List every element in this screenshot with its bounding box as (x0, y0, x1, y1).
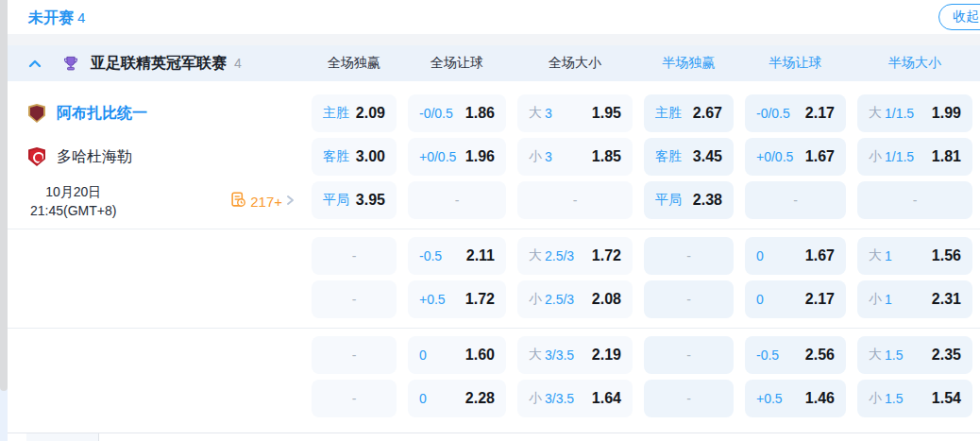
odds-value: 1.85 (592, 148, 621, 165)
home-team-badge-icon (28, 104, 45, 123)
column-header-half: 半场大小 (857, 55, 972, 72)
odds-line: 大3/3.5 (529, 347, 574, 364)
over-under-prefix: 大 (529, 247, 542, 264)
odds-cell[interactable]: 客胜3.00 (312, 138, 397, 176)
odds-cell[interactable]: -0/0.51.86 (408, 94, 506, 132)
odds-value: 1.56 (932, 247, 961, 264)
odds-value: 2.31 (932, 291, 961, 308)
odds-value: 1.72 (592, 247, 621, 264)
odds-value: 2.17 (805, 105, 835, 122)
odds-cell[interactable]: 主胜2.09 (312, 94, 397, 132)
more-markets-link[interactable]: 217+ (230, 192, 295, 212)
odds-label: -0.5 (756, 348, 779, 363)
over-under-line: 1.5 (885, 391, 903, 406)
section-divider (8, 328, 980, 329)
odds-value: 2.67 (693, 105, 722, 122)
vertical-scrollbar[interactable] (0, 0, 8, 441)
league-header: 亚足联精英冠军联赛 4 全场独赢全场让球全场大小半场独赢半场让球半场大小 (8, 45, 980, 81)
odds-dash: - (352, 391, 357, 406)
odds-cell[interactable]: 小1/1.51.81 (857, 138, 972, 176)
odds-cell[interactable]: 大11.56 (857, 237, 972, 275)
tab-not-started[interactable]: 未开赛4 (28, 8, 85, 28)
odds-value: 2.17 (805, 291, 835, 308)
odds-cell[interactable]: 小12.31 (857, 280, 972, 318)
over-under-prefix: 大 (529, 105, 542, 122)
odds-label: 平局 (655, 192, 682, 209)
next-section-edge (8, 433, 980, 441)
home-team-name[interactable]: 阿布扎比统一 (57, 104, 147, 124)
odds-value: 1.99 (932, 105, 961, 122)
odds-label: 0 (419, 391, 427, 406)
odds-cell[interactable]: 大3/3.52.19 (517, 336, 633, 374)
away-team-name[interactable]: 多哈杜海勒 (57, 147, 132, 167)
odds-cell[interactable]: 小2.5/32.08 (517, 280, 633, 318)
odds-label: 主胜 (655, 105, 682, 122)
odds-cell[interactable]: 平局3.95 (312, 181, 397, 219)
league-name[interactable]: 亚足联精英冠军联赛 (91, 54, 227, 74)
odds-cell-empty: - (745, 181, 846, 219)
odds-cell[interactable]: 02.28 (408, 380, 506, 417)
odds-cell[interactable]: 01.67 (745, 237, 846, 275)
odds-cell[interactable]: -0.52.11 (408, 237, 506, 275)
home-team-row[interactable]: 阿布扎比统一 (8, 94, 312, 132)
odds-cell[interactable]: 小31.85 (517, 138, 633, 176)
over-under-prefix: 小 (869, 390, 882, 407)
odds-row: -01.60大3/3.52.19--0.52.56大1.52.35 (312, 336, 980, 374)
odds-cell[interactable]: +0.51.72 (408, 280, 506, 318)
odds-dash: - (352, 348, 357, 363)
odds-dash: - (686, 292, 691, 307)
odds-cell[interactable]: 大2.5/31.72 (517, 237, 633, 275)
odds-cell[interactable]: -0/0.52.17 (745, 94, 846, 132)
odds-cell-empty: - (644, 336, 734, 374)
odds-cell-empty: - (312, 280, 397, 318)
odds-row: 主胜2.09-0/0.51.86大31.95主胜2.67-0/0.52.17大1… (312, 94, 980, 132)
odds-label: +0/0.5 (756, 149, 793, 164)
over-under-line: 3 (545, 149, 552, 164)
odds-dash: - (686, 391, 691, 406)
odds-dash: - (686, 248, 691, 263)
odds-label: 客胜 (655, 148, 682, 165)
odds-value: 1.67 (805, 148, 835, 165)
odds-value: 2.28 (465, 390, 495, 407)
odds-cell[interactable]: 大1/1.51.99 (857, 94, 972, 132)
over-under-prefix: 小 (869, 148, 882, 165)
collapse-button[interactable]: 收起 (938, 4, 980, 30)
over-under-prefix: 大 (529, 347, 542, 364)
odds-cell[interactable]: 小1.51.54 (857, 380, 972, 417)
odds-value: 3.45 (693, 148, 722, 165)
odds-cell[interactable]: 客胜3.45 (644, 138, 734, 176)
odds-label: 平局 (323, 192, 349, 209)
odds-cell[interactable]: 主胜2.67 (644, 94, 734, 132)
odds-line: 小3/3.5 (529, 390, 574, 407)
odds-cell[interactable]: 大1.52.35 (857, 336, 972, 374)
league-match-count: 4 (234, 56, 242, 71)
over-under-prefix: 小 (529, 291, 542, 308)
odds-cell-empty: - (408, 181, 506, 219)
column-header-half: 半场独赢 (644, 55, 734, 72)
odds-label: 客胜 (323, 148, 349, 165)
markets-count[interactable]: 217+ (250, 194, 282, 210)
odds-cell[interactable]: 大31.95 (517, 94, 633, 132)
odds-line: 小1.5 (869, 390, 903, 407)
odds-cell[interactable]: +0.51.46 (745, 380, 846, 417)
betting-odds-panel: 未开赛4 收起 (0, 0, 980, 441)
odds-cell[interactable]: -0.52.56 (745, 336, 846, 374)
odds-cell[interactable]: 02.17 (745, 280, 846, 318)
odds-cell[interactable]: 01.60 (408, 336, 506, 374)
odds-cell[interactable]: 平局2.38 (644, 181, 734, 219)
odds-value: 1.64 (592, 390, 621, 407)
scrollbar-thumb[interactable] (0, 0, 8, 391)
over-under-line: 1/1.5 (885, 149, 914, 164)
chevron-up-icon[interactable] (28, 59, 42, 68)
over-under-line: 3 (545, 106, 552, 121)
odds-cell[interactable]: +0/0.51.67 (745, 138, 846, 176)
section-divider (8, 229, 980, 229)
column-header-full: 全场大小 (517, 55, 633, 72)
away-team-row[interactable]: 多哈杜海勒 (8, 138, 312, 176)
odds-cell[interactable]: +0/0.51.96 (408, 138, 506, 176)
over-under-prefix: 大 (869, 347, 882, 364)
over-under-line: 1 (885, 248, 892, 263)
odds-cell[interactable]: 小3/3.51.64 (517, 380, 633, 417)
column-headers: 全场独赢全场让球全场大小半场独赢半场让球半场大小 (312, 55, 972, 72)
odds-cell-empty: - (312, 380, 397, 417)
